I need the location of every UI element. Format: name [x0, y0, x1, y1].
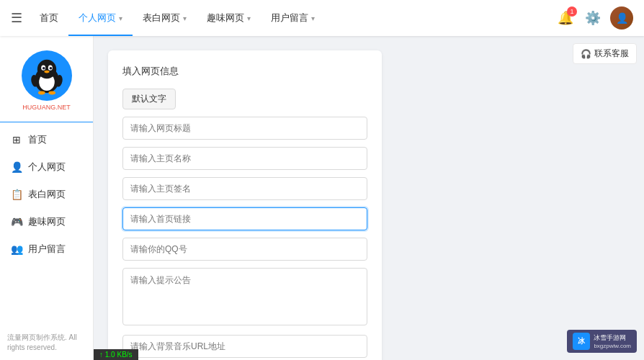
signature-field-group [122, 177, 367, 200]
music-url-field-group [122, 335, 367, 358]
main-layout: HUGUANG.NET ⊞ 首页 👤 个人网页 📋 表白网页 🎮 趣味网页 👥 … [0, 36, 644, 360]
header: ☰ 首页 个人网页 ▾ 表白网页 ▾ 趣味网页 ▾ 用户留言 ▾ 🔔 1 ⚙️ … [0, 0, 644, 36]
menu-icon[interactable]: ☰ [11, 10, 22, 26]
music-url-input[interactable] [122, 335, 367, 358]
content-area: 🎧 联系客服 填入网页信息 默认文字 [94, 36, 644, 360]
svg-point-8 [38, 91, 45, 95]
sidebar-divider [0, 122, 93, 122]
homepage-link-input[interactable] [122, 207, 367, 230]
sidebar-item-fun[interactable]: 🎮 趣味网页 [0, 208, 93, 235]
chevron-down-icon: ▾ [311, 14, 315, 22]
nav-personal[interactable]: 个人网页 ▾ [68, 0, 133, 36]
nav-confession[interactable]: 表白网页 ▾ [133, 0, 197, 36]
chevron-down-icon: ▾ [183, 14, 187, 22]
svg-point-5 [43, 67, 45, 70]
page-signature-input[interactable] [122, 177, 367, 200]
form-title: 填入网页信息 [122, 65, 367, 78]
page-title-input[interactable] [122, 117, 367, 140]
sidebar-item-comments[interactable]: 👥 用户留言 [0, 235, 93, 263]
page-name-input[interactable] [122, 147, 367, 170]
avatar[interactable]: 👤 [610, 6, 633, 30]
status-bar: ↑ 1.0 KB/s [94, 349, 138, 360]
sidebar-item-confession[interactable]: 📋 表白网页 [0, 181, 93, 208]
svg-point-2 [37, 60, 55, 78]
user-icon: 👤 [11, 161, 22, 173]
home-icon: ⊞ [11, 134, 22, 145]
chevron-down-icon: ▾ [247, 14, 251, 22]
qq-field-group [122, 238, 367, 261]
users-icon: 👥 [11, 243, 22, 255]
sidebar-tagline: HUGUANG.NET [22, 104, 71, 111]
table-icon: 📋 [11, 189, 22, 200]
svg-point-9 [48, 91, 55, 95]
watermark-text: 冰雪手游网 bxgzpwiw.com [594, 333, 631, 349]
sidebar-footer: 流量网页制作系统. All rights reserved. [0, 325, 93, 360]
notice-field-group [122, 268, 367, 328]
watermark: 冰 冰雪手游网 bxgzpwiw.com [567, 330, 637, 353]
watermark-logo: 冰 [573, 333, 590, 350]
header-nav: 首页 个人网页 ▾ 表白网页 ▾ 趣味网页 ▾ 用户留言 ▾ [30, 0, 555, 36]
sidebar: HUGUANG.NET ⊞ 首页 👤 个人网页 📋 表白网页 🎮 趣味网页 👥 … [0, 36, 94, 360]
contact-button[interactable]: 🎧 联系客服 [573, 43, 637, 64]
svg-point-6 [49, 67, 52, 70]
notification-badge: 1 [567, 6, 577, 17]
nav-fun[interactable]: 趣味网页 ▾ [197, 0, 261, 36]
header-right: 🔔 1 ⚙️ 👤 [555, 6, 633, 30]
title-field-group [122, 117, 367, 140]
qq-number-input[interactable] [122, 238, 367, 261]
logo-image [22, 50, 72, 101]
form-card: 填入网页信息 默认文字 获取音乐 立 [108, 50, 382, 360]
notice-textarea[interactable] [122, 268, 367, 325]
game-icon: 🎮 [11, 216, 22, 228]
sidebar-item-home[interactable]: ⊞ 首页 [0, 126, 93, 153]
nav-comments[interactable]: 用户留言 ▾ [261, 0, 325, 36]
sidebar-logo: HUGUANG.NET [0, 43, 93, 122]
settings-icon[interactable]: ⚙️ [583, 8, 603, 28]
nav-home[interactable]: 首页 [30, 0, 68, 36]
chevron-down-icon: ▾ [119, 14, 122, 22]
link-field-group [122, 207, 367, 230]
default-text-button[interactable]: 默认文字 [122, 89, 176, 109]
notification-icon[interactable]: 🔔 1 [555, 8, 576, 28]
headset-icon: 🎧 [581, 49, 591, 59]
sidebar-item-personal[interactable]: 👤 个人网页 [0, 153, 93, 181]
name-field-group [122, 147, 367, 170]
svg-point-7 [44, 71, 49, 73]
